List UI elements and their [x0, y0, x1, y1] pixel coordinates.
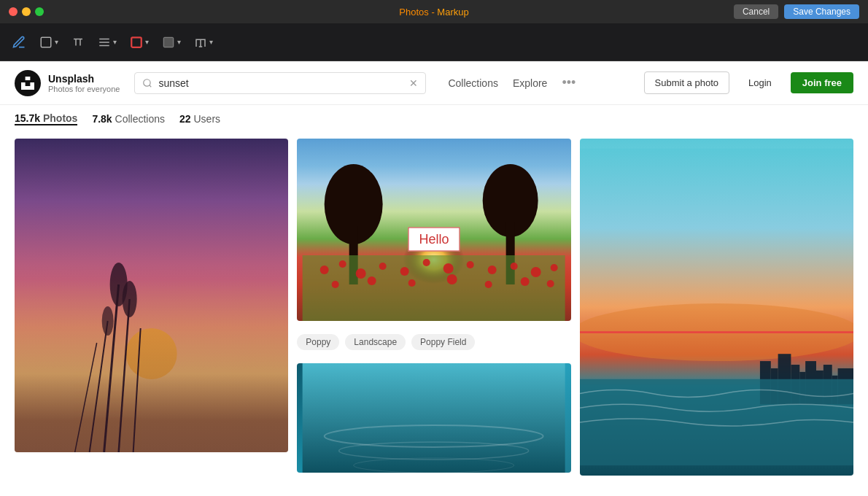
lines-chevron: ▾	[113, 38, 117, 46]
svg-point-28	[423, 259, 430, 266]
submit-photo-button[interactable]: Submit a photo	[644, 71, 729, 94]
svg-point-33	[531, 267, 541, 277]
text-tool[interactable]	[71, 36, 85, 49]
svg-point-24	[339, 260, 346, 268]
svg-point-35	[332, 281, 339, 288]
shape-chevron: ▾	[55, 38, 58, 46]
collections-count: 7.8k	[92, 113, 112, 125]
search-input[interactable]	[158, 77, 403, 89]
hello-text: Hello	[419, 231, 449, 246]
svg-point-25	[356, 268, 366, 279]
users-tab[interactable]: 22 Users	[179, 113, 220, 125]
search-bar[interactable]: ✕	[134, 72, 426, 94]
shape-tool[interactable]: ▾	[39, 36, 58, 49]
svg-point-14	[110, 263, 128, 306]
svg-point-15	[123, 281, 137, 317]
collections-tab[interactable]: 7.8k Collections	[92, 113, 165, 125]
svg-rect-5	[163, 37, 174, 47]
svg-line-9	[104, 284, 119, 452]
tag-landscape[interactable]: Landscape	[345, 334, 406, 350]
toolbar: ▾ ▾ ▾ ▾ ▾	[0, 23, 868, 61]
svg-point-27	[400, 267, 409, 276]
svg-point-34	[551, 264, 558, 271]
svg-point-8	[126, 328, 177, 379]
tag-poppy[interactable]: Poppy	[297, 334, 339, 350]
lines-tool[interactable]: ▾	[98, 36, 117, 49]
photos-label: Photos	[43, 112, 77, 124]
login-button[interactable]: Login	[738, 72, 782, 93]
save-changes-button[interactable]: Save Changes	[784, 4, 859, 19]
more-menu[interactable]: •••	[562, 75, 576, 90]
svg-point-39	[485, 281, 492, 288]
svg-point-41	[547, 280, 554, 287]
svg-point-6	[144, 79, 150, 85]
photo-3[interactable]	[297, 363, 570, 473]
svg-point-38	[447, 274, 457, 284]
title-bar: Photos - Markup Cancel Save Changes	[0, 0, 868, 23]
border-chevron: ▾	[145, 38, 149, 46]
photo-tags: Poppy Landscape Poppy Field	[297, 330, 570, 354]
font-chevron: ▾	[209, 38, 213, 46]
users-label: Users	[193, 113, 220, 125]
photo-col-right	[580, 139, 853, 476]
collections-link[interactable]: Collections	[448, 77, 497, 89]
fill-chevron: ▾	[177, 38, 181, 46]
explore-link[interactable]: Explore	[513, 77, 547, 89]
close-button[interactable]	[9, 7, 18, 16]
svg-line-11	[90, 321, 108, 452]
mode-name: Markup	[437, 7, 468, 18]
svg-line-13	[75, 343, 97, 452]
border-color-tool[interactable]: ▾	[130, 36, 149, 49]
window-title: Photos - Markup	[399, 7, 468, 18]
logo-icon	[15, 70, 41, 96]
photo-2[interactable]: Hello	[297, 139, 570, 321]
brand-name: Unsplash	[48, 73, 120, 85]
fill-color-tool[interactable]: ▾	[162, 36, 181, 49]
svg-point-23	[320, 266, 329, 274]
photos-count: 15.7k	[15, 112, 40, 124]
unsplash-logo: Unsplash Photos for everyone	[15, 70, 120, 96]
title-separator: -	[431, 7, 437, 18]
logo-text: Unsplash Photos for everyone	[48, 73, 120, 93]
svg-rect-0	[41, 37, 51, 47]
collections-label: Collections	[115, 113, 165, 125]
svg-point-29	[443, 263, 454, 274]
svg-line-10	[119, 299, 130, 452]
svg-rect-58	[580, 379, 853, 466]
app-name: Photos	[399, 7, 428, 18]
svg-point-32	[511, 263, 518, 270]
font-tool[interactable]: ▾	[194, 36, 213, 49]
content-area: Unsplash Photos for everyone ✕ Collectio…	[0, 61, 868, 496]
svg-point-36	[368, 276, 376, 285]
minimize-button[interactable]	[22, 7, 31, 16]
pen-tool[interactable]	[12, 35, 26, 50]
nav-right: Submit a photo Login Join free	[644, 71, 853, 94]
photos-tab[interactable]: 15.7k Photos	[15, 112, 77, 125]
photo-grid: Hello Poppy Landscape Poppy Field	[0, 133, 868, 490]
unsplash-nav: Unsplash Photos for everyone ✕ Collectio…	[0, 61, 868, 105]
brand-subtitle: Photos for everyone	[48, 85, 120, 93]
traffic-lights	[9, 7, 44, 16]
users-count: 22	[179, 113, 191, 125]
svg-point-40	[521, 277, 530, 286]
svg-rect-42	[303, 363, 565, 473]
tag-poppy-field[interactable]: Poppy Field	[411, 334, 475, 350]
photo-col-middle: Hello Poppy Landscape Poppy Field	[297, 139, 570, 476]
photo-4[interactable]	[580, 139, 853, 476]
search-icon	[142, 78, 152, 88]
svg-point-30	[467, 261, 474, 268]
maximize-button[interactable]	[35, 7, 44, 16]
results-bar: 15.7k Photos 7.8k Collections 22 Users	[0, 105, 868, 133]
svg-line-12	[133, 328, 141, 452]
svg-rect-4	[131, 37, 142, 47]
nav-links: Collections Explore •••	[448, 75, 576, 90]
cancel-button[interactable]: Cancel	[734, 4, 778, 19]
photo-col-left	[15, 139, 288, 476]
search-clear-button[interactable]: ✕	[409, 77, 418, 89]
join-free-button[interactable]: Join free	[791, 72, 853, 93]
svg-line-7	[150, 85, 152, 87]
svg-point-26	[379, 263, 387, 270]
photo-1[interactable]	[15, 139, 288, 452]
svg-point-31	[488, 266, 497, 274]
svg-point-37	[408, 279, 416, 287]
